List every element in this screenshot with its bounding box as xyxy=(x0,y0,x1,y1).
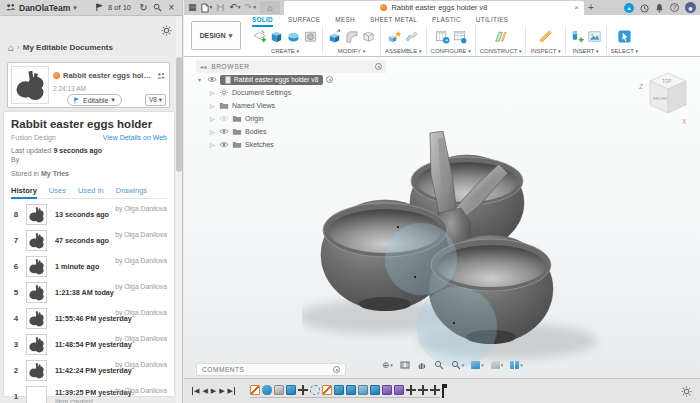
file-menu-icon[interactable]: ▾ xyxy=(201,3,213,13)
history-version-row[interactable]: 7 47 seconds ago by Olga Danilova xyxy=(11,227,167,253)
timeline-sketch-icon[interactable] xyxy=(250,385,260,395)
insert-derive-icon[interactable] xyxy=(570,29,585,44)
canvas-image-icon[interactable] xyxy=(587,29,602,44)
view-details-link[interactable]: View Details on Web xyxy=(103,134,167,141)
pan-hand-icon[interactable] xyxy=(417,360,427,370)
fillet-icon[interactable] xyxy=(344,29,359,44)
history-version-row[interactable]: 2 11:42:24 PM yesterday by Olga Danilova xyxy=(11,357,167,383)
timeline-move-icon[interactable] xyxy=(406,385,416,395)
configure-menu[interactable]: CONFIGURE ▾ xyxy=(431,48,471,54)
visibility-eye-off-icon[interactable] xyxy=(219,115,229,122)
extensions-icon[interactable]: ▴ xyxy=(624,3,634,13)
chevron-down-icon[interactable]: ▾ xyxy=(73,4,77,12)
primitive-icon[interactable] xyxy=(303,29,318,44)
timeline-move-icon[interactable] xyxy=(430,385,440,395)
expand-arrow-icon[interactable]: ▾ xyxy=(198,76,204,83)
timeline-extrude-icon[interactable] xyxy=(346,385,356,395)
scrollbar-thumb[interactable] xyxy=(176,57,182,172)
history-version-row[interactable]: 6 1 minute ago by Olga Danilova xyxy=(11,253,167,279)
measure-icon[interactable] xyxy=(538,29,553,44)
configuration-table-icon[interactable] xyxy=(452,29,467,44)
browser-item-origin[interactable]: ▷ Origin xyxy=(196,112,386,125)
model-rabbit-egg-holder[interactable] xyxy=(302,131,647,376)
close-panel-icon[interactable]: × xyxy=(166,2,177,13)
tab-history[interactable]: History xyxy=(11,186,37,195)
step-back-icon[interactable]: ◀ xyxy=(202,387,207,395)
timeline-form-icon[interactable] xyxy=(262,385,272,395)
timeline-fillet-icon[interactable] xyxy=(394,385,404,395)
browser-item-named-views[interactable]: ▷ Named Views xyxy=(196,99,386,112)
go-to-start-icon[interactable]: ◀ xyxy=(192,387,199,395)
configuration-icon[interactable] xyxy=(435,29,450,44)
search-icon[interactable] xyxy=(152,2,163,13)
timeline-move-icon[interactable] xyxy=(298,385,308,395)
expand-arrow-icon[interactable]: ▷ xyxy=(210,102,216,109)
history-version-row[interactable]: 4 11:55:46 PM yesterday by Olga Danilova xyxy=(11,305,167,331)
activate-component-icon[interactable] xyxy=(326,76,333,83)
timeline-position-marker[interactable] xyxy=(442,385,444,398)
joint-icon[interactable] xyxy=(404,29,419,44)
data-panel-scrollbar[interactable] xyxy=(176,17,182,403)
view-cube[interactable]: Z X TOP FRONT xyxy=(634,63,692,127)
expand-arrow-icon[interactable]: ▷ xyxy=(210,128,216,135)
data-panel-toggle-icon[interactable]: ▦ xyxy=(188,3,197,12)
browser-root-row[interactable]: ▾ Rabbit easter eggs holder v8 xyxy=(196,73,386,86)
new-tab-icon[interactable]: + xyxy=(588,2,594,13)
modify-menu[interactable]: MODIFY ▾ xyxy=(338,48,365,54)
zoom-icon[interactable] xyxy=(434,360,444,370)
home-icon[interactable]: ⌂ xyxy=(8,42,14,53)
step-forward-icon[interactable]: ▶ xyxy=(219,387,224,395)
play-icon[interactable]: ▶ xyxy=(211,387,216,395)
viewport-canvas[interactable]: ◂◂ BROWSER ▾ Rabbit easter eggs holder v… xyxy=(184,57,700,378)
document-tab[interactable]: Rabbit easter eggs holder v8 × xyxy=(284,1,584,15)
browser-item-document-settings[interactable]: ▷ Document Settings xyxy=(196,86,386,99)
grid-layout-icon[interactable]: ▾ xyxy=(491,361,504,369)
construction-plane-icon[interactable] xyxy=(493,29,508,44)
select-cursor-icon[interactable] xyxy=(617,29,632,44)
refresh-icon[interactable]: ↻ xyxy=(138,2,149,13)
version-selector[interactable]: V8 ▾ xyxy=(145,94,166,106)
timeline-settings-gear-icon[interactable] xyxy=(681,386,692,397)
zoom-window-icon[interactable]: ▾ xyxy=(451,360,465,370)
collapse-panel-icon[interactable]: ◂◂ xyxy=(200,63,207,70)
orbit-icon[interactable]: ⊕▾ xyxy=(382,360,393,370)
create-sketch-icon[interactable] xyxy=(252,29,267,44)
insert-menu[interactable]: INSERT ▾ xyxy=(573,48,599,54)
extrude-icon[interactable] xyxy=(269,29,284,44)
history-version-row[interactable]: 1 11:39:25 PM yesterday Item created by … xyxy=(11,383,167,403)
breadcrumb[interactable]: ⌂ › My Editable Documents xyxy=(8,42,113,53)
look-at-icon[interactable] xyxy=(400,360,410,370)
shell-icon[interactable] xyxy=(361,29,376,44)
help-icon[interactable]: ? xyxy=(670,3,679,12)
expand-arrow-icon[interactable]: ▷ xyxy=(210,141,216,148)
shared-users-icon[interactable] xyxy=(156,66,166,84)
assemble-menu[interactable]: ASSEMBLE ▾ xyxy=(385,48,422,54)
go-to-end-icon[interactable]: ▶ xyxy=(228,387,235,395)
timeline-move-icon[interactable] xyxy=(418,385,428,395)
undo-icon[interactable]: ↶▾ xyxy=(229,3,240,12)
timeline-extrude-icon[interactable] xyxy=(370,385,380,395)
display-settings-icon[interactable]: ▾ xyxy=(471,361,484,369)
editable-status-badge[interactable]: Editable ▾ xyxy=(67,94,122,106)
workspace-selector[interactable]: DESIGN▾ xyxy=(191,21,241,50)
expand-arrow-icon[interactable]: ▷ xyxy=(210,89,216,96)
redo-icon[interactable]: ↷▾ xyxy=(245,3,256,12)
save-icon[interactable] xyxy=(216,3,225,12)
timeline-extrude-icon[interactable] xyxy=(334,385,344,395)
timeline-shell-icon[interactable] xyxy=(358,385,368,395)
close-tab-icon[interactable]: × xyxy=(574,3,579,12)
tab-drawings[interactable]: Drawings xyxy=(116,186,147,195)
visibility-eye-icon[interactable] xyxy=(207,76,217,83)
tab-used-in[interactable]: Used In xyxy=(78,186,104,195)
inspect-menu[interactable]: INSPECT ▾ xyxy=(530,48,560,54)
timeline-pattern-icon[interactable] xyxy=(310,385,320,395)
revolve-icon[interactable] xyxy=(286,29,301,44)
timeline-extrude-icon[interactable] xyxy=(286,385,296,395)
viewports-icon[interactable]: ▾ xyxy=(510,361,523,369)
visibility-eye-icon[interactable] xyxy=(219,128,229,135)
construct-menu[interactable]: CONSTRUCT ▾ xyxy=(480,48,522,54)
new-component-icon[interactable] xyxy=(387,29,402,44)
press-pull-icon[interactable] xyxy=(327,29,342,44)
browser-root-item[interactable]: Rabbit easter eggs holder v8 xyxy=(220,75,323,85)
settings-gear-icon[interactable] xyxy=(161,25,172,36)
